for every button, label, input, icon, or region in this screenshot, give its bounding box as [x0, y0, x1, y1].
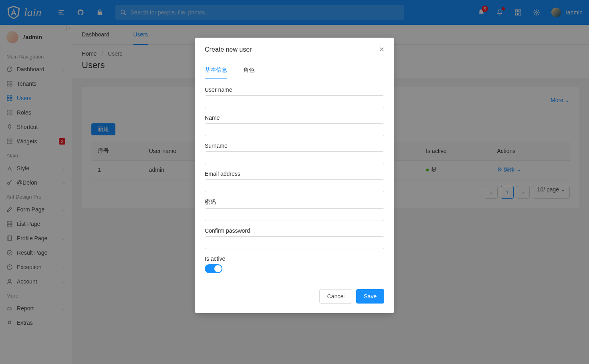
label-email: Email address: [205, 171, 384, 177]
name-field[interactable]: [205, 123, 384, 136]
label-name: Name: [205, 115, 384, 121]
close-icon[interactable]: ✕: [379, 46, 384, 53]
tab-roles[interactable]: 角色: [243, 66, 254, 79]
modal-tabs: 基本信息 角色: [205, 62, 384, 79]
label-username: User name: [205, 86, 384, 93]
tab-basic-info[interactable]: 基本信息: [205, 66, 227, 79]
surname-field[interactable]: [205, 151, 384, 164]
label-password: 密码: [205, 199, 384, 206]
is-active-toggle[interactable]: [205, 264, 222, 273]
label-is-active: Is active: [205, 255, 384, 262]
password-field[interactable]: [205, 208, 384, 221]
email-field[interactable]: [205, 179, 384, 192]
username-field[interactable]: [205, 95, 384, 108]
modal-title: Create new user: [205, 46, 252, 53]
label-confirm-password: Confirm password: [205, 227, 384, 234]
label-surname: Surname: [205, 143, 384, 149]
confirm-password-field[interactable]: [205, 236, 384, 249]
cancel-button[interactable]: Cancel: [319, 289, 352, 304]
save-button[interactable]: Save: [356, 289, 384, 304]
create-user-modal: Create new user ✕ 基本信息 角色 User name Name…: [195, 38, 394, 313]
